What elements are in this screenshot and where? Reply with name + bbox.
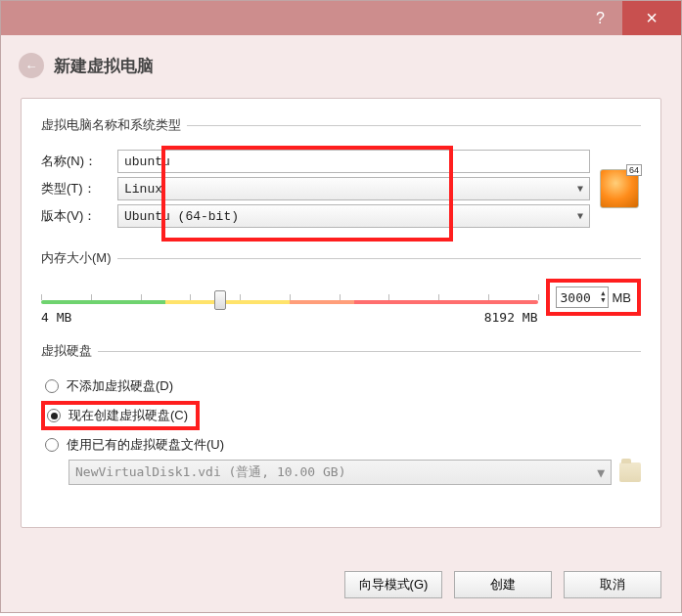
dialog-window: ? × ← 新建虚拟电脑 虚拟电脑名称和系统类型 名称(N)： ubuntu (0, 0, 682, 613)
back-arrow-icon: ← (25, 59, 38, 73)
memory-min-label: 4 MB (41, 310, 71, 325)
dialog-footer: 向导模式(G) 创建 取消 (344, 571, 661, 598)
group-memory: 内存大小(M) (41, 249, 641, 325)
radio-create-disk-label: 现在创建虚拟硬盘(C) (68, 407, 188, 424)
memory-unit: MB (613, 290, 632, 305)
version-label: 版本(V)： (41, 207, 112, 225)
memory-slider[interactable] (41, 300, 538, 304)
name-input[interactable]: ubuntu (117, 150, 590, 173)
os-icon: 64 (600, 169, 639, 208)
version-select[interactable]: Ubuntu (64-bit) ▼ (117, 204, 590, 228)
radio-icon (45, 379, 59, 393)
radio-icon (45, 438, 59, 452)
highlight-create-disk: 现在创建虚拟硬盘(C) (41, 401, 200, 430)
memory-spinner[interactable]: 3000 ▲▼ (556, 286, 609, 308)
back-button[interactable]: ← (19, 53, 44, 78)
type-select[interactable]: Linux ▼ (117, 177, 590, 200)
radio-existing-disk-label: 使用已有的虚拟硬盘文件(U) (67, 436, 224, 454)
radio-create-disk[interactable]: 现在创建虚拟硬盘(C) (47, 407, 188, 424)
group-name-legend: 虚拟电脑名称和系统类型 (41, 116, 187, 134)
name-label: 名称(N)： (41, 153, 112, 170)
group-name-ostype: 虚拟电脑名称和系统类型 名称(N)： ubuntu 类型(T)： Linux ▼ (41, 116, 641, 232)
radio-existing-disk[interactable]: 使用已有的虚拟硬盘文件(U) (45, 436, 641, 454)
dialog-title: 新建虚拟电脑 (54, 55, 154, 77)
memory-max-label: 8192 MB (484, 310, 538, 325)
titlebar: ? × (1, 1, 681, 35)
create-button[interactable]: 创建 (454, 571, 552, 598)
spinner-arrows-icon[interactable]: ▲▼ (601, 290, 605, 304)
existing-disk-select: NewVirtualDisk1.vdi (普通, 10.00 GB) ▼ (68, 460, 612, 485)
help-button[interactable]: ? (578, 1, 622, 35)
expert-mode-button[interactable]: 向导模式(G) (344, 571, 442, 598)
arch-badge: 64 (626, 164, 642, 176)
group-harddisk-legend: 虚拟硬盘 (41, 342, 98, 360)
chevron-down-icon: ▼ (577, 211, 583, 222)
close-button[interactable]: × (622, 1, 681, 35)
dialog-body: 虚拟电脑名称和系统类型 名称(N)： ubuntu 类型(T)： Linux ▼ (21, 98, 661, 528)
chevron-down-icon: ▼ (597, 465, 605, 480)
dialog-header: ← 新建虚拟电脑 (1, 35, 681, 88)
group-harddisk: 虚拟硬盘 不添加虚拟硬盘(D) 现在创建虚拟硬盘(C) 使用已有的虚拟硬盘文件(… (41, 342, 641, 485)
radio-no-disk[interactable]: 不添加虚拟硬盘(D) (45, 377, 641, 395)
browse-disk-button (619, 462, 641, 482)
group-memory-legend: 内存大小(M) (41, 249, 117, 267)
chevron-down-icon: ▼ (577, 184, 583, 195)
type-label: 类型(T)： (41, 180, 112, 198)
cancel-button[interactable]: 取消 (564, 571, 661, 598)
memory-input-highlight: 3000 ▲▼ MB (546, 279, 642, 316)
slider-thumb[interactable] (214, 290, 226, 310)
radio-no-disk-label: 不添加虚拟硬盘(D) (67, 377, 173, 395)
radio-icon (47, 409, 61, 422)
